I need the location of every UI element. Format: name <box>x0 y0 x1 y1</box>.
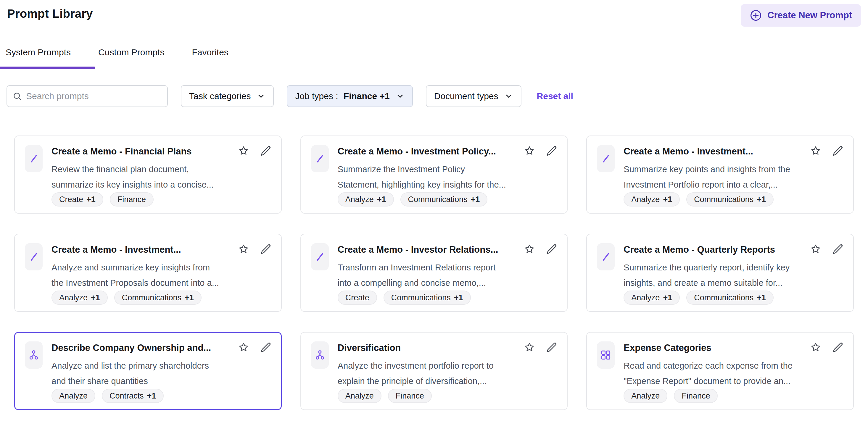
reset-all-link[interactable]: Reset all <box>537 91 573 101</box>
tag-pill: Analyze <box>52 389 95 403</box>
tag-pill: Analyze <box>338 389 381 403</box>
tag-pill: Contracts+1 <box>102 389 164 403</box>
tag-row: Analyze+1 Communications+1 <box>52 291 272 305</box>
pen-icon <box>597 243 615 270</box>
tag-pill: Analyze+1 <box>624 291 680 305</box>
favorite-star-icon[interactable] <box>238 145 249 157</box>
chevron-down-icon <box>504 92 513 101</box>
edit-pencil-icon[interactable] <box>832 145 844 157</box>
tag-pill: Communications+1 <box>400 192 488 206</box>
search-input[interactable] <box>26 91 162 101</box>
hierarchy-icon <box>311 341 329 369</box>
tag-row: Analyze Finance <box>624 389 844 403</box>
prompt-card[interactable]: Create a Memo - Investment... Analyze an… <box>14 234 282 312</box>
edit-pencil-icon[interactable] <box>260 145 272 157</box>
tag-row: Analyze+1 Communications+1 <box>624 192 844 206</box>
tab-custom-prompts[interactable]: Custom Prompts <box>98 47 164 69</box>
favorite-star-icon[interactable] <box>810 145 821 157</box>
favorite-star-icon[interactable] <box>524 342 535 353</box>
search-icon <box>12 91 22 101</box>
prompt-description: Transform an Investment Relations report… <box>338 260 558 291</box>
favorite-star-icon[interactable] <box>524 243 535 255</box>
edit-pencil-icon[interactable] <box>546 243 558 255</box>
pen-icon <box>25 243 42 270</box>
prompt-card[interactable]: Diversification Analyze the investment p… <box>300 332 568 410</box>
chevron-down-icon <box>396 92 405 101</box>
tag-pill: Analyze+1 <box>338 192 394 206</box>
edit-pencil-icon[interactable] <box>832 243 844 255</box>
prompt-card[interactable]: Create a Memo - Quarterly Reports Summar… <box>586 234 854 312</box>
grid-icon <box>597 341 615 369</box>
prompt-title: Describe Company Ownership and... <box>52 341 232 353</box>
page-header: Prompt Library Create New Prompt <box>0 0 868 27</box>
prompt-card[interactable]: Create a Memo - Financial Plans Review t… <box>14 135 282 213</box>
job-types-label: Job types : <box>295 91 340 101</box>
page-title: Prompt Library <box>7 4 93 21</box>
edit-pencil-icon[interactable] <box>260 243 272 255</box>
tag-pill: Analyze+1 <box>624 192 680 206</box>
edit-pencil-icon[interactable] <box>546 341 558 353</box>
tab-favorites[interactable]: Favorites <box>192 47 228 69</box>
document-types-label: Document types <box>434 91 498 101</box>
filter-bar: Task categories Job types : Finance +1 D… <box>0 85 868 107</box>
prompt-description: Analyze and list the primary shareholder… <box>52 358 272 389</box>
create-new-prompt-label: Create New Prompt <box>767 10 852 21</box>
tag-pill: Finance <box>388 389 432 403</box>
edit-pencil-icon[interactable] <box>260 341 272 353</box>
job-types-selected-value: Finance +1 <box>344 91 390 101</box>
prompt-title: Create a Memo - Investment... <box>624 145 804 157</box>
tag-pill: Create+1 <box>52 192 103 206</box>
tag-row: Analyze Finance <box>338 389 558 403</box>
favorite-star-icon[interactable] <box>238 243 249 255</box>
tag-pill: Communications+1 <box>686 192 774 206</box>
prompt-title: Create a Memo - Investment Policy... <box>338 145 518 157</box>
chevron-down-icon <box>256 92 266 101</box>
task-categories-dropdown[interactable]: Task categories <box>181 85 274 107</box>
create-new-prompt-button[interactable]: Create New Prompt <box>741 4 861 27</box>
plus-circle-icon <box>750 9 762 22</box>
prompt-card[interactable]: Expense Categories Read and categorize e… <box>586 332 854 410</box>
prompt-description: Read and categorize each expense from th… <box>624 358 844 389</box>
prompt-title: Create a Memo - Investment... <box>52 243 232 255</box>
tag-row: Analyze Contracts+1 <box>52 389 272 403</box>
prompt-description: Analyze the investment portfolio report … <box>338 358 558 389</box>
tag-pill: Create <box>338 291 377 305</box>
pen-icon <box>597 145 615 172</box>
tag-row: Analyze+1 Communications+1 <box>338 192 558 206</box>
prompt-card-selected[interactable]: Describe Company Ownership and... Analyz… <box>14 332 282 410</box>
prompt-card[interactable]: Create a Memo - Investment Policy... Sum… <box>300 135 568 213</box>
search-box <box>6 85 168 107</box>
hierarchy-icon <box>25 341 42 369</box>
edit-pencil-icon[interactable] <box>546 145 558 157</box>
prompt-title: Create a Memo - Quarterly Reports <box>624 243 804 255</box>
prompt-description: Review the financial plan document,summa… <box>52 162 272 192</box>
prompt-title: Diversification <box>338 341 518 353</box>
tab-system-prompts[interactable]: System Prompts <box>6 47 71 69</box>
prompt-description: Summarize key points and insights from t… <box>624 162 844 192</box>
prompt-card[interactable]: Create a Memo - Investor Relations... Tr… <box>300 234 568 312</box>
favorite-star-icon[interactable] <box>810 243 821 255</box>
tag-pill: Analyze <box>624 389 668 403</box>
prompt-description: Summarize the Investment PolicyStatement… <box>338 162 558 192</box>
pen-icon <box>311 145 329 172</box>
tag-pill: Communications+1 <box>114 291 202 305</box>
tag-pill: Communications+1 <box>686 291 774 305</box>
prompt-title: Expense Categories <box>624 341 804 353</box>
prompt-card-grid: Create a Memo - Financial Plans Review t… <box>0 121 868 410</box>
document-types-dropdown[interactable]: Document types <box>426 85 522 107</box>
prompt-description: Analyze and summarize key insights fromt… <box>52 260 272 291</box>
favorite-star-icon[interactable] <box>238 342 249 353</box>
job-types-dropdown[interactable]: Job types : Finance +1 <box>287 85 412 107</box>
prompt-card[interactable]: Create a Memo - Investment... Summarize … <box>586 135 854 213</box>
pen-icon <box>25 145 42 172</box>
favorite-star-icon[interactable] <box>524 145 535 157</box>
prompt-title: Create a Memo - Financial Plans <box>52 145 232 157</box>
favorite-star-icon[interactable] <box>810 342 821 353</box>
tag-row: Analyze+1 Communications+1 <box>624 291 844 305</box>
prompt-description: Summarize the quarterly report, identify… <box>624 260 844 291</box>
active-tab-underline <box>0 67 95 69</box>
tab-bar: System Prompts Custom Prompts Favorites <box>0 47 868 69</box>
task-categories-label: Task categories <box>189 91 251 101</box>
tag-row: Create+1 Finance <box>52 192 272 206</box>
edit-pencil-icon[interactable] <box>832 341 844 353</box>
